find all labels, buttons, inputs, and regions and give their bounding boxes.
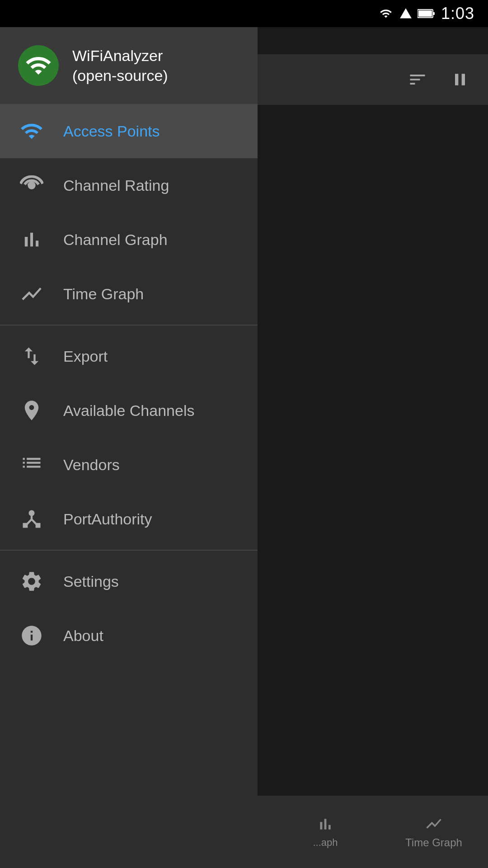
app-title: WiFiAnalyzer (open-source)	[72, 46, 168, 85]
sidebar-item-time-graph[interactable]: Time Graph	[0, 267, 258, 321]
signal-icon	[399, 7, 412, 20]
available-channels-icon	[18, 397, 45, 424]
export-icon	[18, 343, 45, 370]
sidebar-item-about[interactable]: About	[0, 609, 258, 663]
time-graph-icon	[18, 280, 45, 307]
drawer-menu: Access Points Channel Rating	[0, 104, 258, 868]
channel-rating-label: Channel Rating	[63, 177, 169, 194]
divider-2	[0, 550, 258, 551]
settings-label: Settings	[63, 573, 119, 590]
drawer-header: WiFiAnalyzer (open-source)	[0, 27, 258, 104]
about-icon	[18, 622, 45, 649]
sidebar-item-available-channels[interactable]: Available Channels	[0, 383, 258, 438]
access-points-label: Access Points	[63, 123, 160, 140]
sidebar-item-export[interactable]: Export	[0, 329, 258, 383]
filter-icon[interactable]	[408, 70, 427, 90]
status-bar: 1:03	[0, 0, 488, 27]
time-graph-label: Time Graph	[63, 285, 144, 303]
pause-icon[interactable]	[450, 70, 470, 90]
channel-graph-icon	[18, 226, 45, 253]
sidebar-item-settings[interactable]: Settings	[0, 554, 258, 609]
port-authority-icon	[18, 505, 45, 533]
sidebar-item-port-authority[interactable]: PortAuthority	[0, 492, 258, 546]
channel-graph-nav-label: ...aph	[313, 837, 338, 849]
available-channels-label: Available Channels	[63, 402, 194, 420]
vendors-label: Vendors	[63, 456, 120, 474]
nav-drawer: WiFiAnalyzer (open-source) Access Points	[0, 27, 258, 868]
about-label: About	[63, 627, 103, 645]
time-graph-nav-icon	[425, 815, 443, 833]
sidebar-item-channel-graph[interactable]: Channel Graph	[0, 212, 258, 267]
divider-1	[0, 325, 258, 326]
vendors-icon	[18, 451, 45, 478]
time-graph-nav-label: Time Graph	[405, 836, 462, 849]
status-time: 1:03	[441, 4, 474, 23]
wifi-status-icon	[378, 7, 394, 20]
channel-rating-icon	[18, 172, 45, 199]
access-points-icon	[18, 118, 45, 145]
sidebar-item-access-points[interactable]: Access Points	[0, 104, 258, 158]
svg-rect-1	[418, 10, 432, 17]
channel-graph-label: Channel Graph	[63, 231, 168, 249]
export-label: Export	[63, 348, 108, 365]
port-authority-label: PortAuthority	[63, 510, 152, 528]
status-icons: 1:03	[378, 4, 474, 23]
svg-rect-2	[433, 12, 435, 15]
channel-graph-nav-icon	[316, 815, 334, 833]
sidebar-item-vendors[interactable]: Vendors	[0, 438, 258, 492]
menu-spacer	[0, 663, 258, 868]
battery-icon	[418, 8, 436, 19]
sidebar-item-channel-rating[interactable]: Channel Rating	[0, 158, 258, 212]
bottom-nav-time-graph[interactable]: Time Graph	[380, 815, 488, 849]
settings-icon	[18, 568, 45, 595]
app-logo	[18, 45, 59, 86]
